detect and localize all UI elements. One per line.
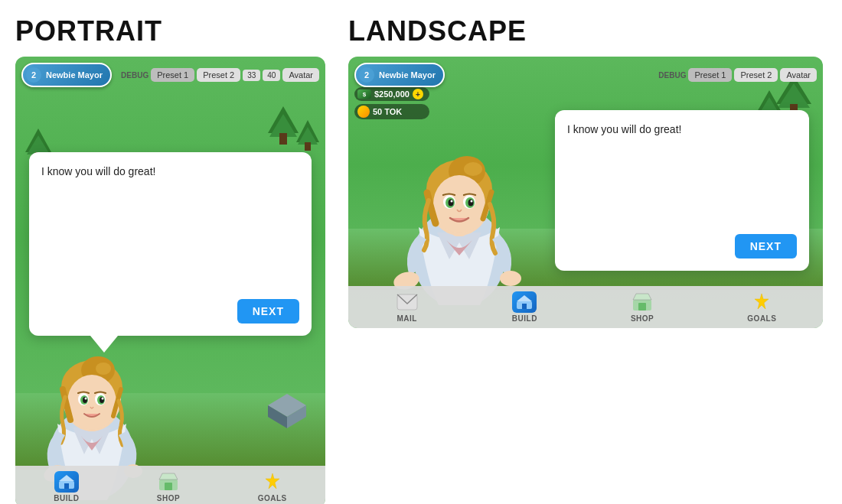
svg-point-58 — [468, 200, 474, 206]
svg-rect-66 — [522, 304, 527, 309]
portrait-bottom-nav: BUILD SHOP GOALS — [15, 466, 325, 504]
landscape-title: LANDSCAPE — [348, 15, 527, 47]
portrait-nav-shop-label: SHOP — [157, 494, 180, 502]
landscape-section: LANDSCAPE — [348, 15, 823, 328]
landscape-nav-mail-label: MAIL — [397, 314, 416, 323]
portrait-player-badge: 2 Newbie Mayor — [21, 63, 112, 87]
svg-rect-34 — [165, 483, 172, 490]
svg-rect-2 — [279, 133, 287, 145]
portrait-preset2-button[interactable]: Preset 2 — [197, 68, 240, 82]
portrait-dialog-box: I know you will do great! NEXT — [29, 152, 312, 336]
portrait-nav-build[interactable]: BUILD — [47, 468, 85, 504]
landscape-nav-goals[interactable]: GOALS — [741, 288, 782, 326]
landscape-nav-goals-label: GOALS — [747, 314, 776, 323]
svg-marker-65 — [517, 295, 532, 301]
mail-icon — [395, 291, 419, 313]
landscape-dialog-box: I know you will do great! NEXT — [555, 110, 809, 271]
landscape-next-button[interactable]: NEXT — [735, 234, 797, 259]
landscape-nav-build-label: BUILD — [512, 314, 537, 323]
shop-icon — [156, 471, 181, 493]
build-icon — [54, 471, 79, 493]
portrait-avatar-button[interactable]: Avatar — [282, 68, 319, 82]
portrait-section: PORTRAIT — [15, 15, 325, 504]
landscape-build-icon — [512, 291, 537, 313]
landscape-debug-row: DEBUG Preset 1 Preset 2 Avatar — [658, 68, 817, 82]
svg-marker-35 — [266, 473, 279, 489]
landscape-preset2-button[interactable]: Preset 2 — [734, 68, 778, 82]
svg-point-57 — [449, 200, 454, 206]
landscape-goals-icon — [749, 291, 774, 313]
svg-marker-69 — [755, 294, 769, 309]
landscape-preset1-button[interactable]: Preset 1 — [688, 68, 732, 82]
portrait-next-button[interactable]: NEXT — [237, 299, 299, 324]
svg-point-60 — [471, 200, 473, 203]
portrait-nav-goals-label: GOALS — [258, 494, 287, 502]
landscape-character-svg — [364, 83, 555, 305]
svg-point-27 — [102, 398, 104, 400]
landscape-nav-mail[interactable]: MAIL — [389, 288, 426, 326]
landscape-nav-build[interactable]: BUILD — [506, 288, 543, 326]
portrait-title: PORTRAIT — [15, 15, 162, 47]
goals-icon — [260, 471, 285, 493]
portrait-preset1-button[interactable]: Preset 1 — [151, 68, 194, 82]
star-icon: 2 — [25, 67, 42, 83]
svg-rect-68 — [638, 303, 646, 311]
landscape-player-name: Newbie Mayor — [379, 70, 436, 80]
svg-point-26 — [85, 398, 87, 400]
portrait-hud-top: 2 Newbie Mayor DEBUG Preset 1 Preset 2 3… — [21, 63, 319, 87]
landscape-nav-shop[interactable]: SHOP — [624, 288, 661, 326]
portrait-dialog-text: I know you will do great! — [41, 164, 299, 290]
landscape-nav-shop-label: SHOP — [631, 314, 654, 323]
portrait-debug-label: DEBUG — [121, 71, 148, 80]
landscape-star-icon: 2 — [358, 67, 375, 83]
svg-point-51 — [464, 162, 482, 176]
landscape-avatar-button[interactable]: Avatar — [780, 68, 817, 82]
landscape-dialog-text: I know you will do great! — [567, 122, 797, 225]
landscape-debug-label: DEBUG — [658, 71, 686, 80]
svg-point-19 — [67, 375, 116, 430]
landscape-bottom-nav: MAIL BUILD — [348, 286, 823, 328]
svg-point-59 — [451, 200, 453, 203]
svg-point-52 — [433, 175, 485, 233]
svg-rect-5 — [305, 142, 311, 151]
svg-point-18 — [96, 363, 111, 375]
portrait-num1-button[interactable]: 33 — [243, 70, 260, 81]
level-text: 2 — [31, 70, 36, 80]
landscape-level-text: 2 — [364, 70, 369, 80]
svg-rect-32 — [64, 483, 69, 489]
landscape-shop-icon — [630, 291, 654, 313]
portrait-nav-build-label: BUILD — [54, 494, 79, 502]
portrait-player-name: Newbie Mayor — [46, 70, 103, 80]
landscape-game-screen: 2 Newbie Mayor DEBUG Preset 1 Preset 2 A… — [348, 57, 823, 328]
svg-marker-31 — [59, 475, 74, 481]
landscape-character — [364, 83, 555, 290]
portrait-nav-shop[interactable]: SHOP — [150, 468, 187, 504]
portrait-debug-row: DEBUG Preset 1 Preset 2 33 40 Avatar — [121, 68, 319, 82]
portrait-nav-goals[interactable]: GOALS — [252, 468, 293, 504]
portrait-game-screen: 2 Newbie Mayor DEBUG Preset 1 Preset 2 3… — [15, 57, 325, 504]
portrait-num2-button[interactable]: 40 — [263, 70, 280, 81]
svg-point-62 — [500, 271, 521, 286]
